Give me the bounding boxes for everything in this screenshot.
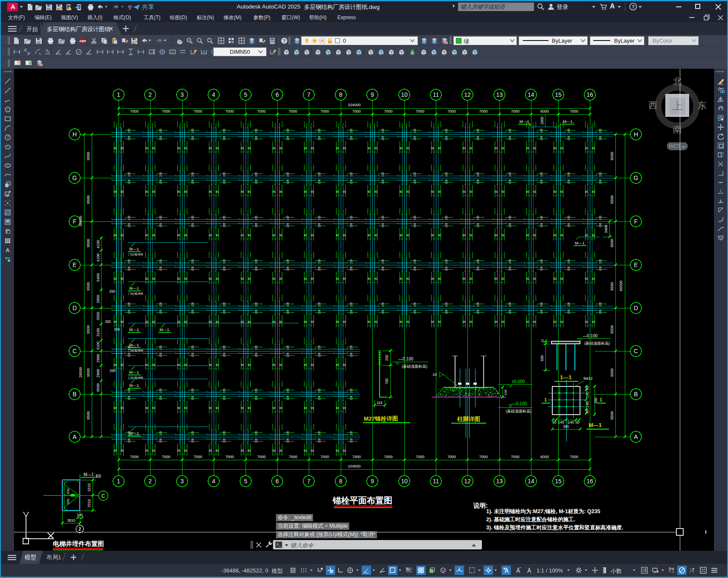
svg-text:D: D xyxy=(73,305,77,311)
svg-text:7000: 7000 xyxy=(194,455,202,459)
svg-text:M—1: M—1 xyxy=(129,370,139,375)
svg-text:104000: 104000 xyxy=(348,103,360,107)
svg-text:6: 6 xyxy=(276,91,279,98)
svg-text:门柱预埋件: 门柱预埋件 xyxy=(128,376,143,380)
svg-text:104000: 104000 xyxy=(348,464,360,468)
svg-text:B: B xyxy=(634,391,638,398)
svg-text:2900: 2900 xyxy=(96,354,100,363)
svg-text:2850: 2850 xyxy=(96,295,100,303)
svg-text:G: G xyxy=(73,174,77,181)
svg-text:50: 50 xyxy=(552,420,557,424)
svg-text:4100: 4100 xyxy=(96,253,100,262)
svg-text:M—1: M—1 xyxy=(129,383,139,388)
svg-text:200: 200 xyxy=(66,499,70,505)
svg-text:4100: 4100 xyxy=(96,240,100,248)
svg-text:.1: .1 xyxy=(150,51,153,54)
svg-text:11: 11 xyxy=(433,478,439,485)
svg-text:9500: 9500 xyxy=(86,152,90,160)
svg-text:500: 500 xyxy=(540,355,544,361)
svg-text:350: 350 xyxy=(105,319,111,324)
svg-text:14: 14 xyxy=(528,478,534,485)
svg-text:3810: 3810 xyxy=(67,518,75,523)
svg-text:北: 北 xyxy=(673,76,682,86)
svg-text:28500: 28500 xyxy=(78,367,83,378)
svg-text:M—1: M—1 xyxy=(129,286,139,290)
svg-text:10: 10 xyxy=(401,91,408,98)
svg-text:G: G xyxy=(634,174,638,181)
svg-text:C: C xyxy=(73,348,77,354)
svg-text:10: 10 xyxy=(432,372,437,377)
svg-text:115: 115 xyxy=(377,401,383,405)
svg-text:(基础顶面标高): (基础顶面标高) xyxy=(584,341,610,346)
svg-text:—0.100: —0.100 xyxy=(512,401,527,406)
svg-text:7000: 7000 xyxy=(130,109,139,113)
svg-text:7: 7 xyxy=(307,91,310,98)
svg-text:5: 5 xyxy=(244,478,247,485)
svg-text:2: 2 xyxy=(78,527,81,532)
svg-text:参阅: 参阅 xyxy=(96,474,101,477)
svg-text:100: 100 xyxy=(504,389,508,395)
svg-text:16: 16 xyxy=(586,478,593,485)
svg-text:7000: 7000 xyxy=(225,455,234,459)
svg-text:13: 13 xyxy=(496,478,503,485)
svg-text:140: 140 xyxy=(568,420,574,424)
svg-text:6000: 6000 xyxy=(540,109,549,113)
svg-text:8: 8 xyxy=(339,91,342,98)
svg-text:7000: 7000 xyxy=(257,455,266,459)
svg-text:9500: 9500 xyxy=(86,411,90,420)
svg-text:6: 6 xyxy=(276,478,279,485)
svg-text:9500: 9500 xyxy=(86,282,90,290)
svg-text:14: 14 xyxy=(528,91,534,98)
svg-text:4: 4 xyxy=(212,478,215,485)
svg-text:C: C xyxy=(634,348,638,354)
svg-text:1—1: 1—1 xyxy=(560,374,571,380)
svg-text:M27锚栓详图: M27锚栓详图 xyxy=(364,415,398,422)
svg-text:南: 南 xyxy=(673,125,682,134)
svg-text:M—1: M—1 xyxy=(84,472,94,477)
svg-text:C: C xyxy=(102,493,105,499)
svg-text:2: 2 xyxy=(148,478,152,485)
svg-text:E: E xyxy=(73,261,76,268)
svg-text:电梯井埋件布置图: 电梯井埋件布置图 xyxy=(53,540,104,547)
svg-text:9500: 9500 xyxy=(610,368,614,377)
svg-text:9: 9 xyxy=(371,478,374,485)
svg-text:A: A xyxy=(634,433,638,440)
svg-text:140: 140 xyxy=(558,420,564,424)
svg-text:38000: 38000 xyxy=(78,216,83,227)
svg-text:7000: 7000 xyxy=(352,455,361,459)
svg-text:M—1: M—1 xyxy=(129,431,139,436)
svg-text:10: 10 xyxy=(401,478,408,485)
svg-text:说明:: 说明: xyxy=(473,502,488,509)
svg-text:9500: 9500 xyxy=(610,195,614,204)
svg-text:200: 200 xyxy=(66,488,70,494)
svg-text:门柱预埋件: 门柱预埋件 xyxy=(128,253,143,256)
svg-text:7000: 7000 xyxy=(447,455,456,459)
svg-text:1: 1 xyxy=(544,397,547,402)
svg-text:7000: 7000 xyxy=(162,109,170,113)
svg-text:4: 4 xyxy=(212,91,215,98)
svg-text:9: 9 xyxy=(371,91,374,98)
svg-text:50: 50 xyxy=(585,386,589,390)
svg-text:9500: 9500 xyxy=(86,368,90,377)
svg-text:3550: 3550 xyxy=(96,312,100,320)
svg-text:3460: 3460 xyxy=(604,225,608,233)
svg-text:7000: 7000 xyxy=(479,109,487,113)
svg-text:7000: 7000 xyxy=(130,455,139,459)
svg-text:X: X xyxy=(46,49,47,52)
svg-text:2900: 2900 xyxy=(96,369,100,378)
svg-text:F: F xyxy=(634,218,638,225)
svg-text:260: 260 xyxy=(109,289,115,293)
svg-text:M—1: M—1 xyxy=(129,343,139,347)
svg-text:50: 50 xyxy=(575,420,580,424)
svg-text:250: 250 xyxy=(385,355,389,361)
svg-text:12: 12 xyxy=(464,478,471,485)
svg-text:—0.100: —0.100 xyxy=(398,357,413,361)
svg-text:DWF: DWF xyxy=(80,40,87,43)
svg-text:M—1: M—1 xyxy=(519,119,529,124)
svg-text:9500: 9500 xyxy=(610,152,614,160)
svg-text:15: 15 xyxy=(555,91,562,98)
svg-text:A: A xyxy=(203,49,206,54)
svg-text:1). 未注明锚栓均为:M27;锚栓, M-1材质为: Q2: 1). 未注明锚栓均为:M27;锚栓, M-1材质为: Q235 xyxy=(486,508,600,514)
svg-text:7: 7 xyxy=(307,478,310,485)
svg-text:门柱预埋件: 门柱预埋件 xyxy=(128,349,143,352)
